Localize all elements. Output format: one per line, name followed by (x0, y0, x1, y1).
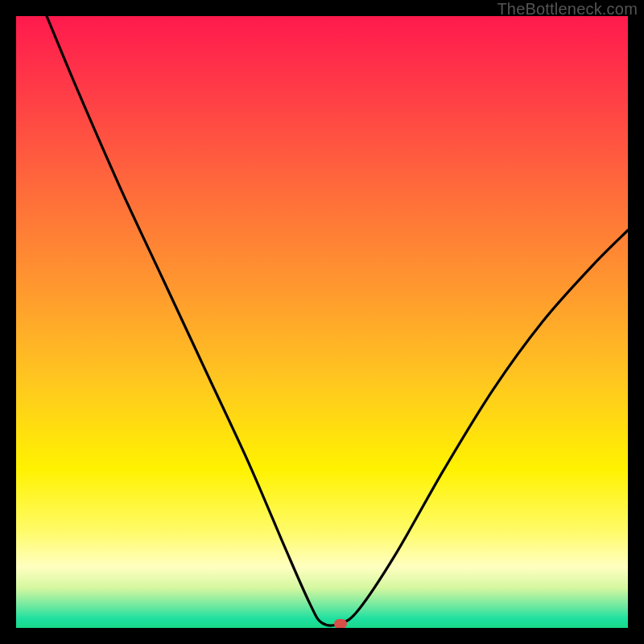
plot-area (16, 16, 628, 628)
bottleneck-curve (16, 16, 628, 628)
watermark-text: TheBottleneck.com (497, 0, 638, 19)
optimal-point-marker (334, 619, 347, 628)
chart-frame: TheBottleneck.com (0, 0, 644, 644)
